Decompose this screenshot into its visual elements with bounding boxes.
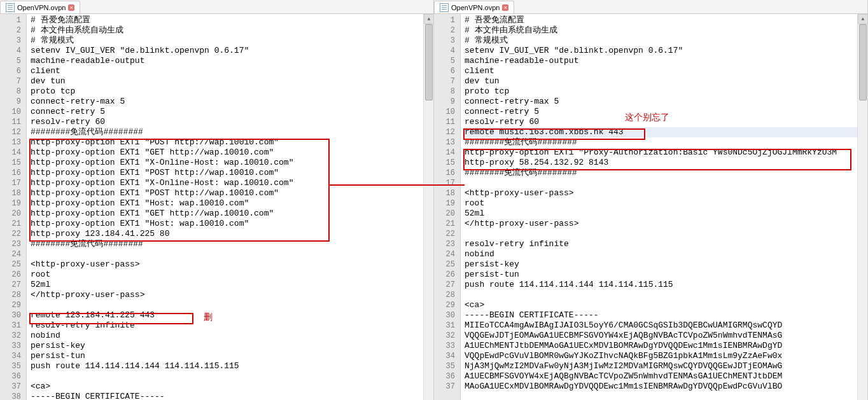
code-line[interactable]: connect-retry 5 <box>31 107 423 117</box>
right-scrollbar[interactable]: ▲ <box>857 14 867 400</box>
code-line[interactable]: VQQGEwJDTjEOMAwGA1UECBMFSGVOYW4xEjAQBgNV… <box>465 331 857 341</box>
code-line[interactable]: http-proxy-option EXT1 "POST http://wap.… <box>31 188 423 198</box>
code-line[interactable]: proto tcp <box>465 86 857 97</box>
code-line[interactable]: -----BEGIN CERTIFICATE----- <box>465 310 857 321</box>
right-code[interactable]: # 吾爱免流配置# 本文件由系统自动生成# 常规模式setenv IV_GUI_… <box>461 14 857 400</box>
code-line[interactable] <box>31 249 423 259</box>
code-line[interactable]: dev tun <box>465 76 857 86</box>
code-line[interactable] <box>465 290 857 300</box>
code-line[interactable]: http-proxy 123.184.41.225 80 <box>31 229 423 239</box>
code-line[interactable]: client <box>465 66 857 76</box>
line-number: 27 <box>0 280 21 290</box>
code-line[interactable]: setenv IV_GUI_VER "de.blinkt.openvpn 0.6… <box>31 46 423 56</box>
left-tab[interactable]: OpenVPN.ovpn × <box>0 1 80 13</box>
left-code[interactable]: # 吾爱免流配置# 本文件由系统自动生成# 常规模式setenv IV_GUI_… <box>27 14 423 400</box>
code-line[interactable]: client <box>31 66 423 76</box>
code-line[interactable]: http-proxy-option EXT1 "X-Online-Host: w… <box>31 178 423 188</box>
code-line[interactable]: # 本文件由系统自动生成 <box>465 25 857 36</box>
code-line[interactable]: http-proxy-option EXT1 "X-Online-Host: w… <box>31 158 423 168</box>
left-editor[interactable]: 1234567891011121314151617181920212223242… <box>0 14 433 400</box>
scroll-up-icon[interactable]: ▲ <box>858 14 867 24</box>
code-line[interactable] <box>31 371 423 382</box>
code-line[interactable]: root <box>465 198 857 209</box>
code-line[interactable]: </http-proxy-user-pass> <box>465 219 857 229</box>
line-number: 14 <box>434 148 455 158</box>
code-line[interactable]: resolv-retry infinite <box>31 321 423 331</box>
code-line[interactable]: <http-proxy-user-pass> <box>465 188 857 198</box>
line-number: 24 <box>434 249 455 259</box>
code-line[interactable] <box>465 178 857 188</box>
code-line[interactable]: persist-key <box>465 259 857 270</box>
code-line[interactable]: VQQpEwdPcGVuVlBOMR0wGwYJKoZIhvcNAQkBFg5B… <box>465 351 857 361</box>
code-line[interactable]: http-proxy-option EXT1 "Host: wap.10010.… <box>31 219 423 229</box>
code-line[interactable]: # 吾爱免流配置 <box>31 15 423 25</box>
code-line[interactable]: persist-key <box>31 341 423 351</box>
scroll-up-icon[interactable]: ▲ <box>424 14 433 24</box>
code-line[interactable]: http-proxy-option EXT1 "Proxy-Authorizat… <box>465 148 857 158</box>
code-line[interactable]: resolv-retry infinite <box>465 239 857 249</box>
code-line[interactable]: 52ml <box>465 209 857 219</box>
code-line[interactable] <box>31 300 423 310</box>
code-line[interactable]: MAoGA1UECxMDVlBOMRAwDgYDVQQDEwc1Mm1sIENB… <box>465 382 857 392</box>
code-line[interactable]: remote 123.184.41.225 443 <box>31 310 423 321</box>
code-line[interactable]: http-proxy-option EXT1 "GET http://wap.1… <box>31 209 423 219</box>
code-line[interactable]: ########免流代码######## <box>465 168 857 178</box>
code-line[interactable]: resolv-retry 60 <box>465 117 857 127</box>
code-line[interactable]: proto tcp <box>31 86 423 97</box>
code-line[interactable]: -----BEGIN CERTIFICATE----- <box>31 392 423 400</box>
code-line[interactable]: http-proxy-option EXT1 "POST http://wap.… <box>31 137 423 148</box>
code-line[interactable]: http-proxy-option EXT1 "Host: wap.10010.… <box>31 198 423 209</box>
scroll-thumb[interactable] <box>425 24 433 100</box>
code-line[interactable]: root <box>31 270 423 280</box>
code-line[interactable]: # 常规模式 <box>465 36 857 46</box>
code-line[interactable]: A1UECBMFSGVOYW4xEjAQBgNVBAcTCVpoZW5nWmhv… <box>465 371 857 382</box>
code-line[interactable]: connect-retry-max 5 <box>465 97 857 107</box>
code-line[interactable]: connect-retry-max 5 <box>31 97 423 107</box>
right-tabbar: OpenVPN.ovpn × <box>434 0 867 14</box>
code-line[interactable]: A1UEChMENTJtbDEMMAoGA1UECxMDVlBOMRAwDgYD… <box>465 341 857 351</box>
close-icon[interactable]: × <box>502 4 508 11</box>
code-line[interactable]: remote music.163.com.xbbs.hk 443 <box>465 127 857 137</box>
code-line[interactable]: ########免流代码######## <box>465 137 857 148</box>
line-number: 29 <box>0 300 21 310</box>
right-tab[interactable]: OpenVPN.ovpn × <box>434 1 514 13</box>
code-line[interactable]: # 常规模式 <box>31 36 423 46</box>
code-line[interactable]: NjA3MjQwMzI2MDVaFw0yNjA3MjIwMzI2MDVaMIGR… <box>465 361 857 371</box>
code-line[interactable]: </http-proxy-user-pass> <box>31 290 423 300</box>
code-line[interactable]: setenv IV_GUI_VER "de.blinkt.openvpn 0.6… <box>465 46 857 56</box>
line-number: 7 <box>0 76 21 86</box>
code-line[interactable]: <ca> <box>465 300 857 310</box>
code-line[interactable]: dev tun <box>31 76 423 86</box>
code-line[interactable]: <http-proxy-user-pass> <box>31 259 423 270</box>
line-number: 10 <box>0 107 21 117</box>
code-line[interactable]: persist-tun <box>31 351 423 361</box>
code-line[interactable]: machine-readable-output <box>31 56 423 66</box>
code-line[interactable]: http-proxy 58.254.132.92 8143 <box>465 158 857 168</box>
code-line[interactable]: http-proxy-option EXT1 "POST http://wap.… <box>31 168 423 178</box>
code-line[interactable]: push route 114.114.114.144 114.114.115.1… <box>31 361 423 371</box>
code-line[interactable]: nobind <box>465 249 857 259</box>
code-line[interactable]: <ca> <box>31 382 423 392</box>
close-icon[interactable]: × <box>68 4 74 11</box>
left-scrollbar[interactable]: ▲ <box>423 14 433 400</box>
code-line[interactable]: http-proxy-option EXT1 "GET http://wap.1… <box>31 148 423 158</box>
right-editor[interactable]: 1234567891011121314151617181920212223242… <box>434 14 867 400</box>
code-line[interactable]: connect-retry 5 <box>465 107 857 117</box>
code-line[interactable]: persist-tun <box>465 270 857 280</box>
code-line[interactable]: nobind <box>31 331 423 341</box>
code-line[interactable]: ########免流代码######## <box>31 239 423 249</box>
line-number: 7 <box>434 76 455 86</box>
code-line[interactable]: ########免流代码######## <box>31 127 423 137</box>
code-line[interactable]: machine-readable-output <box>465 56 857 66</box>
code-line[interactable]: 52ml <box>31 280 423 290</box>
code-line[interactable]: # 吾爱免流配置 <box>465 15 857 25</box>
line-number: 18 <box>434 188 455 198</box>
code-line[interactable]: MIIEoTCCA4mgAwIBAgIJAIO3L5oyY6/CMA0GCSqG… <box>465 321 857 331</box>
code-line[interactable]: resolv-retry 60 <box>31 117 423 127</box>
code-line[interactable] <box>465 229 857 239</box>
code-line[interactable]: push route 114.114.114.144 114.114.115.1… <box>465 280 857 290</box>
code-line[interactable]: # 本文件由系统自动生成 <box>31 25 423 36</box>
scroll-thumb[interactable] <box>859 24 867 100</box>
line-number: 38 <box>0 392 21 400</box>
line-number: 20 <box>0 209 21 219</box>
